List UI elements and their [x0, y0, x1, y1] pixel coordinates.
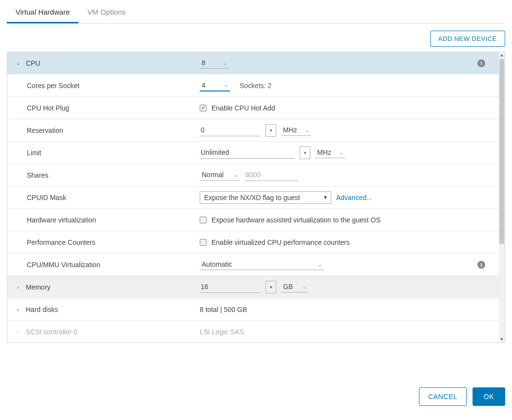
reservation-unit-select[interactable]: MHz ⌄ [281, 125, 311, 136]
dialog-footer: CANCEL OK [7, 343, 505, 413]
shares-value-input[interactable] [245, 169, 298, 181]
scrollbar-thumb[interactable] [499, 59, 504, 244]
memory-unit-select[interactable]: GB ⌄ [281, 281, 308, 292]
hw-virt-checkbox[interactable] [200, 217, 207, 223]
row-hw-virt: Hardware virtualization Expose hardware … [7, 209, 499, 231]
cpu-hot-add-text: Enable CPU Hot Add [211, 104, 275, 112]
chevron-right-icon: › [15, 329, 21, 335]
vertical-scrollbar[interactable]: ▲ ▼ [499, 52, 505, 342]
perf-counters-text: Enable virtualized CPU performance count… [211, 238, 350, 246]
memory-label: Memory [26, 283, 51, 291]
cores-per-socket-value: 4 [202, 81, 206, 89]
limit-input[interactable] [200, 146, 295, 159]
chevron-down-icon: ⌄ [15, 60, 21, 66]
memory-input[interactable] [200, 281, 261, 293]
section-scsi-controller-0[interactable]: › SCSI controller 0 LSI Logic SAS [7, 321, 499, 342]
row-reservation: Reservation ▾ MHz ⌄ [7, 119, 499, 142]
reservation-input[interactable] [200, 124, 261, 136]
toolbar: ADD NEW DEVICE [7, 24, 505, 52]
reservation-unit-value: MHz [283, 126, 297, 134]
tab-virtual-hardware[interactable]: Virtual Hardware [7, 2, 78, 23]
sockets-text: Sockets: 2 [240, 82, 271, 90]
row-cpu-mmu: CPU/MMU Virtualization Automatic ⌄ i [7, 254, 499, 276]
section-cpu-label: CPU [26, 59, 40, 67]
section-hard-disks[interactable]: › Hard disks 8 total | 500 GB [7, 298, 499, 321]
reservation-stepper[interactable]: ▾ [265, 124, 276, 137]
row-perf-counters: Performance Counters Enable virtualized … [7, 231, 499, 254]
cpu-hot-add-checkbox[interactable] [200, 105, 207, 111]
scsi-summary: LSI Logic SAS [200, 328, 244, 336]
shares-level-select[interactable]: Normal ⌄ [200, 169, 240, 181]
tab-vm-options[interactable]: VM Options [78, 2, 134, 23]
scroll-down-icon[interactable]: ▼ [499, 336, 505, 342]
hard-disks-label: Hard disks [26, 306, 58, 313]
cores-per-socket-label: Cores per Socket [7, 82, 200, 90]
cpuid-mask-select[interactable]: Expose the NX/XD flag to guest ▼ [200, 191, 331, 204]
memory-stepper[interactable]: ▾ [265, 281, 276, 293]
row-shares: Shares Normal ⌄ [7, 164, 499, 186]
ok-button[interactable]: OK [473, 387, 505, 406]
cpu-mmu-value: Automatic [202, 260, 232, 268]
chevron-right-icon: › [15, 284, 21, 290]
limit-stepper[interactable]: ▾ [300, 146, 310, 159]
limit-unit-select[interactable]: MHz ⌄ [315, 147, 345, 158]
shares-level-value: Normal [202, 171, 224, 179]
perf-counters-label: Performance Counters [7, 238, 200, 246]
row-limit: Limit ▾ MHz ⌄ [7, 142, 499, 164]
info-icon[interactable]: i [477, 261, 485, 269]
hard-disks-summary: 8 total | 500 GB [200, 306, 247, 313]
cpuid-advanced-link[interactable]: Advanced... [336, 194, 372, 201]
scsi-label: SCSI controller 0 [26, 328, 77, 336]
hw-virt-text: Expose hardware assisted virtualization … [211, 216, 380, 224]
row-cpu-hot-plug: CPU Hot Plug Enable CPU Hot Add [7, 97, 499, 119]
cpu-mmu-label: CPU/MMU Virtualization [7, 261, 200, 269]
cancel-button[interactable]: CANCEL [419, 387, 467, 406]
cpu-count-select[interactable]: 8 ⌄ [200, 57, 229, 69]
tab-bar: Virtual Hardware VM Options [7, 2, 505, 24]
cpu-hot-plug-label: CPU Hot Plug [7, 104, 200, 112]
reservation-label: Reservation [7, 127, 200, 134]
section-cpu[interactable]: ⌄ CPU 8 ⌄ i [7, 52, 499, 74]
settings-panel: ⌄ CPU 8 ⌄ i Cores per Socket 4 ⌄ Sockets… [7, 52, 505, 343]
cores-per-socket-select[interactable]: 4 ⌄ [200, 80, 230, 91]
section-memory[interactable]: › Memory ▾ GB ⌄ [7, 276, 499, 298]
memory-unit-value: GB [283, 283, 293, 291]
chevron-right-icon: › [15, 307, 21, 312]
hw-virt-label: Hardware virtualization [7, 216, 200, 224]
cpuid-mask-label: CPUID Mask [7, 194, 200, 201]
scroll-up-icon[interactable]: ▲ [499, 52, 505, 58]
row-cores-per-socket: Cores per Socket 4 ⌄ Sockets: 2 [7, 74, 499, 97]
row-cpuid-mask: CPUID Mask Expose the NX/XD flag to gues… [7, 186, 499, 209]
add-new-device-button[interactable]: ADD NEW DEVICE [430, 31, 505, 47]
cpu-count-value: 8 [202, 59, 206, 67]
limit-label: Limit [7, 149, 200, 157]
info-icon[interactable]: i [477, 59, 485, 67]
shares-label: Shares [7, 171, 200, 179]
perf-counters-checkbox[interactable] [200, 239, 207, 246]
cpuid-mask-option: Expose the NX/XD flag to guest [204, 194, 300, 201]
cpu-mmu-select[interactable]: Automatic ⌄ [200, 259, 324, 270]
limit-unit-value: MHz [317, 148, 331, 156]
